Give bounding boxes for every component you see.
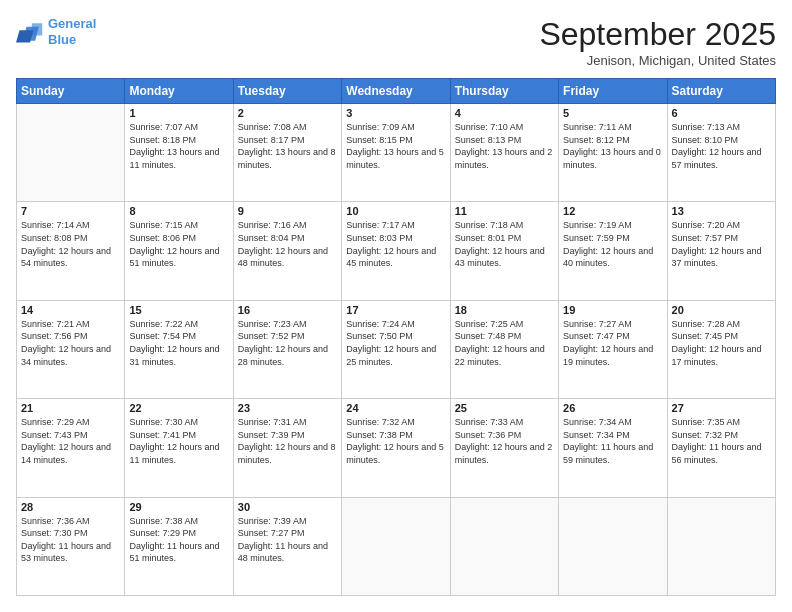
day-number: 3 (346, 107, 445, 119)
calendar-cell: 5Sunrise: 7:11 AM Sunset: 8:12 PM Daylig… (559, 104, 667, 202)
calendar-cell (559, 497, 667, 595)
day-number: 22 (129, 402, 228, 414)
cell-daylight-info: Sunrise: 7:16 AM Sunset: 8:04 PM Dayligh… (238, 219, 337, 269)
logo-line1: General (48, 16, 96, 31)
day-number: 15 (129, 304, 228, 316)
calendar-week-row: 21Sunrise: 7:29 AM Sunset: 7:43 PM Dayli… (17, 399, 776, 497)
cell-daylight-info: Sunrise: 7:33 AM Sunset: 7:36 PM Dayligh… (455, 416, 554, 466)
day-number: 11 (455, 205, 554, 217)
cell-daylight-info: Sunrise: 7:19 AM Sunset: 7:59 PM Dayligh… (563, 219, 662, 269)
calendar-cell: 17Sunrise: 7:24 AM Sunset: 7:50 PM Dayli… (342, 300, 450, 398)
logo-text: General Blue (48, 16, 96, 47)
calendar-cell (342, 497, 450, 595)
calendar-cell: 10Sunrise: 7:17 AM Sunset: 8:03 PM Dayli… (342, 202, 450, 300)
calendar-cell: 7Sunrise: 7:14 AM Sunset: 8:08 PM Daylig… (17, 202, 125, 300)
day-number: 27 (672, 402, 771, 414)
cell-daylight-info: Sunrise: 7:13 AM Sunset: 8:10 PM Dayligh… (672, 121, 771, 171)
calendar-cell: 29Sunrise: 7:38 AM Sunset: 7:29 PM Dayli… (125, 497, 233, 595)
logo: General Blue (16, 16, 96, 47)
calendar-cell: 26Sunrise: 7:34 AM Sunset: 7:34 PM Dayli… (559, 399, 667, 497)
day-number: 9 (238, 205, 337, 217)
calendar-cell (667, 497, 775, 595)
day-number: 25 (455, 402, 554, 414)
cell-daylight-info: Sunrise: 7:31 AM Sunset: 7:39 PM Dayligh… (238, 416, 337, 466)
cell-daylight-info: Sunrise: 7:38 AM Sunset: 7:29 PM Dayligh… (129, 515, 228, 565)
day-number: 8 (129, 205, 228, 217)
title-block: September 2025 Jenison, Michigan, United… (539, 16, 776, 68)
cell-daylight-info: Sunrise: 7:24 AM Sunset: 7:50 PM Dayligh… (346, 318, 445, 368)
day-number: 20 (672, 304, 771, 316)
day-number: 23 (238, 402, 337, 414)
calendar-cell: 30Sunrise: 7:39 AM Sunset: 7:27 PM Dayli… (233, 497, 341, 595)
col-sunday: Sunday (17, 79, 125, 104)
cell-daylight-info: Sunrise: 7:14 AM Sunset: 8:08 PM Dayligh… (21, 219, 120, 269)
calendar-cell: 22Sunrise: 7:30 AM Sunset: 7:41 PM Dayli… (125, 399, 233, 497)
calendar-cell: 8Sunrise: 7:15 AM Sunset: 8:06 PM Daylig… (125, 202, 233, 300)
calendar-cell: 20Sunrise: 7:28 AM Sunset: 7:45 PM Dayli… (667, 300, 775, 398)
day-number: 5 (563, 107, 662, 119)
day-number: 30 (238, 501, 337, 513)
month-title: September 2025 (539, 16, 776, 53)
calendar-cell: 14Sunrise: 7:21 AM Sunset: 7:56 PM Dayli… (17, 300, 125, 398)
col-wednesday: Wednesday (342, 79, 450, 104)
cell-daylight-info: Sunrise: 7:21 AM Sunset: 7:56 PM Dayligh… (21, 318, 120, 368)
cell-daylight-info: Sunrise: 7:22 AM Sunset: 7:54 PM Dayligh… (129, 318, 228, 368)
header: General Blue September 2025 Jenison, Mic… (16, 16, 776, 68)
calendar-week-row: 1Sunrise: 7:07 AM Sunset: 8:18 PM Daylig… (17, 104, 776, 202)
day-number: 18 (455, 304, 554, 316)
day-number: 14 (21, 304, 120, 316)
calendar-week-row: 28Sunrise: 7:36 AM Sunset: 7:30 PM Dayli… (17, 497, 776, 595)
calendar-cell: 25Sunrise: 7:33 AM Sunset: 7:36 PM Dayli… (450, 399, 558, 497)
calendar-week-row: 7Sunrise: 7:14 AM Sunset: 8:08 PM Daylig… (17, 202, 776, 300)
cell-daylight-info: Sunrise: 7:15 AM Sunset: 8:06 PM Dayligh… (129, 219, 228, 269)
calendar-cell: 27Sunrise: 7:35 AM Sunset: 7:32 PM Dayli… (667, 399, 775, 497)
day-number: 6 (672, 107, 771, 119)
cell-daylight-info: Sunrise: 7:10 AM Sunset: 8:13 PM Dayligh… (455, 121, 554, 171)
logo-line2: Blue (48, 32, 76, 47)
cell-daylight-info: Sunrise: 7:29 AM Sunset: 7:43 PM Dayligh… (21, 416, 120, 466)
cell-daylight-info: Sunrise: 7:30 AM Sunset: 7:41 PM Dayligh… (129, 416, 228, 466)
cell-daylight-info: Sunrise: 7:36 AM Sunset: 7:30 PM Dayligh… (21, 515, 120, 565)
day-number: 2 (238, 107, 337, 119)
calendar-cell (450, 497, 558, 595)
day-number: 24 (346, 402, 445, 414)
day-number: 16 (238, 304, 337, 316)
calendar-cell: 19Sunrise: 7:27 AM Sunset: 7:47 PM Dayli… (559, 300, 667, 398)
day-number: 13 (672, 205, 771, 217)
day-number: 10 (346, 205, 445, 217)
logo-icon (16, 18, 44, 46)
cell-daylight-info: Sunrise: 7:39 AM Sunset: 7:27 PM Dayligh… (238, 515, 337, 565)
weekday-header-row: Sunday Monday Tuesday Wednesday Thursday… (17, 79, 776, 104)
cell-daylight-info: Sunrise: 7:32 AM Sunset: 7:38 PM Dayligh… (346, 416, 445, 466)
cell-daylight-info: Sunrise: 7:23 AM Sunset: 7:52 PM Dayligh… (238, 318, 337, 368)
col-thursday: Thursday (450, 79, 558, 104)
cell-daylight-info: Sunrise: 7:25 AM Sunset: 7:48 PM Dayligh… (455, 318, 554, 368)
cell-daylight-info: Sunrise: 7:17 AM Sunset: 8:03 PM Dayligh… (346, 219, 445, 269)
day-number: 1 (129, 107, 228, 119)
day-number: 7 (21, 205, 120, 217)
calendar-cell: 2Sunrise: 7:08 AM Sunset: 8:17 PM Daylig… (233, 104, 341, 202)
calendar-cell: 15Sunrise: 7:22 AM Sunset: 7:54 PM Dayli… (125, 300, 233, 398)
calendar-cell: 9Sunrise: 7:16 AM Sunset: 8:04 PM Daylig… (233, 202, 341, 300)
calendar-cell: 12Sunrise: 7:19 AM Sunset: 7:59 PM Dayli… (559, 202, 667, 300)
day-number: 4 (455, 107, 554, 119)
calendar-cell (17, 104, 125, 202)
calendar-cell: 18Sunrise: 7:25 AM Sunset: 7:48 PM Dayli… (450, 300, 558, 398)
cell-daylight-info: Sunrise: 7:08 AM Sunset: 8:17 PM Dayligh… (238, 121, 337, 171)
calendar-week-row: 14Sunrise: 7:21 AM Sunset: 7:56 PM Dayli… (17, 300, 776, 398)
col-monday: Monday (125, 79, 233, 104)
page: General Blue September 2025 Jenison, Mic… (0, 0, 792, 612)
col-saturday: Saturday (667, 79, 775, 104)
day-number: 28 (21, 501, 120, 513)
location: Jenison, Michigan, United States (539, 53, 776, 68)
day-number: 26 (563, 402, 662, 414)
cell-daylight-info: Sunrise: 7:34 AM Sunset: 7:34 PM Dayligh… (563, 416, 662, 466)
cell-daylight-info: Sunrise: 7:18 AM Sunset: 8:01 PM Dayligh… (455, 219, 554, 269)
col-tuesday: Tuesday (233, 79, 341, 104)
cell-daylight-info: Sunrise: 7:09 AM Sunset: 8:15 PM Dayligh… (346, 121, 445, 171)
calendar-cell: 13Sunrise: 7:20 AM Sunset: 7:57 PM Dayli… (667, 202, 775, 300)
calendar-cell: 28Sunrise: 7:36 AM Sunset: 7:30 PM Dayli… (17, 497, 125, 595)
day-number: 12 (563, 205, 662, 217)
day-number: 19 (563, 304, 662, 316)
col-friday: Friday (559, 79, 667, 104)
